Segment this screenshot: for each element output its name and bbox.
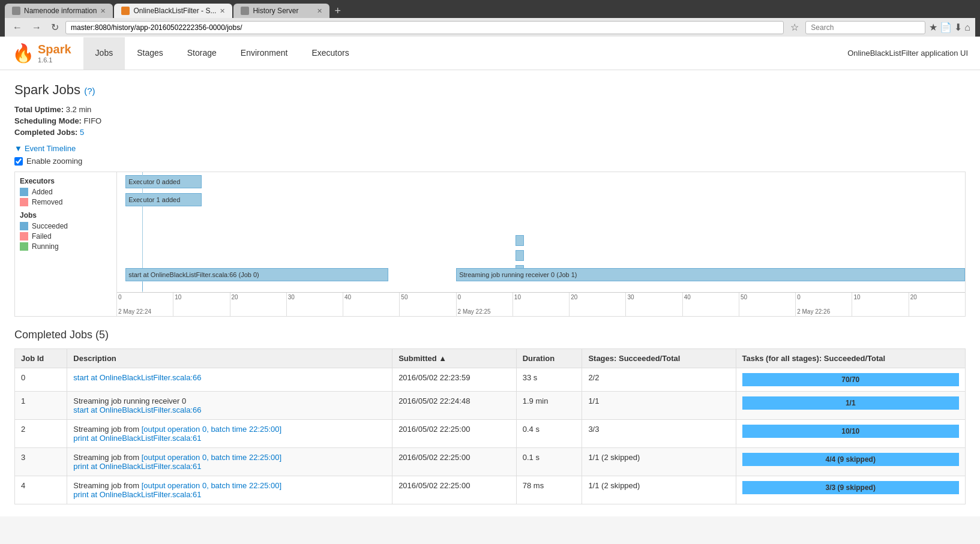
job0-bar[interactable]: start at OnlineBlackListFilter.scala:66 … xyxy=(125,268,388,281)
job-id-2: 2 xyxy=(15,420,67,448)
desc-link-3b[interactable]: print at OnlineBlackListFilter.scala:61 xyxy=(73,462,201,471)
spark-brand: Spark xyxy=(38,43,71,56)
bookmark-button[interactable]: ☆ xyxy=(787,20,802,34)
job1-bar[interactable]: Streaming job running receiver 0 (Job 1) xyxy=(456,268,965,281)
timeline-rows: Executor 0 added Executor 1 added start … xyxy=(117,172,965,316)
col-duration: Duration xyxy=(516,349,582,368)
progress-fill-1: 1/1 xyxy=(742,396,959,410)
new-tab-button[interactable]: + xyxy=(331,5,344,17)
legend-added-color xyxy=(20,188,28,196)
spark-flame-icon: 🔥 xyxy=(12,43,34,64)
progress-fill-0: 70/70 xyxy=(742,373,959,386)
col-stages: Stages: Succeeded/Total xyxy=(582,349,736,368)
desc-link-4b[interactable]: print at OnlineBlackListFilter.scala:61 xyxy=(73,490,201,499)
legend-removed: Removed xyxy=(20,198,112,206)
total-uptime-line: Total Uptime: 3.2 min xyxy=(14,105,966,114)
axis-seg-15: 20 xyxy=(909,293,965,316)
duration-1: 1.9 min xyxy=(516,392,582,420)
submitted-1: 2016/05/02 22:24:48 xyxy=(392,392,517,420)
legend-removed-color xyxy=(20,198,28,206)
axis-seg-2: 10 xyxy=(173,293,230,316)
main-content: Spark Jobs (?) Total Uptime: 3.2 min Sch… xyxy=(0,70,980,516)
nav-stages[interactable]: Stages xyxy=(125,37,175,70)
tab-label-spark: OnlineBlackListFilter - S... xyxy=(133,7,216,15)
nav-environment[interactable]: Environment xyxy=(229,37,300,70)
desc-link-2b[interactable]: print at OnlineBlackListFilter.scala:61 xyxy=(73,434,201,443)
help-link[interactable]: (?) xyxy=(84,86,95,96)
progress-fill-2: 10/10 xyxy=(742,425,959,438)
executor1-bar[interactable]: Executor 1 added xyxy=(125,193,202,206)
stages-2: 3/3 xyxy=(582,420,736,448)
completed-jobs-count[interactable]: 5 xyxy=(80,128,84,137)
tab-history[interactable]: History Server ✕ xyxy=(233,4,329,18)
small-bar-2 xyxy=(516,250,524,261)
tab-close-namenode[interactable]: ✕ xyxy=(100,7,106,15)
completed-jobs-title: Completed Jobs (5) xyxy=(14,329,966,341)
desc-link-0[interactable]: start at OnlineBlackListFilter.scala:66 xyxy=(73,373,201,382)
nav-executors[interactable]: Executors xyxy=(299,37,361,70)
submitted-3: 2016/05/02 22:25:00 xyxy=(392,448,517,476)
nav-jobs[interactable]: Jobs xyxy=(83,37,125,70)
event-timeline-toggle[interactable]: ▼ Event Timeline xyxy=(14,144,966,153)
axis-seg-4: 30 xyxy=(287,293,343,316)
timeline-axis: 0 2 May 22:24 10 20 30 40 xyxy=(117,292,965,316)
back-button[interactable]: ← xyxy=(10,21,25,34)
axis-seg-5: 40 xyxy=(343,293,400,316)
progress-bar-0: 70/70 xyxy=(742,373,959,386)
reader-icon: 📄 xyxy=(940,22,952,33)
table-row: 3 Streaming job from [output operation 0… xyxy=(15,448,966,476)
axis-seg-10: 30 xyxy=(626,293,682,316)
browser-tabs: Namenode information ✕ OnlineBlackListFi… xyxy=(5,4,975,18)
duration-3: 0.1 s xyxy=(516,448,582,476)
reload-button[interactable]: ↻ xyxy=(48,20,62,34)
col-tasks: Tasks (for all stages): Succeeded/Total xyxy=(736,349,965,368)
timeline-chart: Executor 0 added Executor 1 added start … xyxy=(117,172,965,316)
axis-seg-9: 20 xyxy=(570,293,626,316)
tasks-2: 10/10 xyxy=(736,420,965,448)
axis-seg-12: 50 xyxy=(739,293,796,316)
table-row: 2 Streaming job from [output operation 0… xyxy=(15,420,966,448)
tab-favicon-spark xyxy=(121,7,130,15)
tab-favicon-namenode xyxy=(12,7,20,15)
desc-4: Streaming job from [output operation 0, … xyxy=(67,476,392,504)
job-id-0: 0 xyxy=(15,368,67,392)
job-id-4: 4 xyxy=(15,476,67,504)
tasks-4: 3/3 (9 skipped) xyxy=(736,476,965,504)
tab-spark[interactable]: OnlineBlackListFilter - S... ✕ xyxy=(114,4,232,18)
address-bar: ← → ↻ ☆ ★ 📄 ⬇ ⌂ xyxy=(5,18,975,37)
legend-running-color xyxy=(20,242,28,251)
timeline-container: Executors Added Removed Jobs Succeeded xyxy=(14,172,966,317)
col-submitted: Submitted ▲ xyxy=(392,349,517,368)
desc-link-3a[interactable]: [output operation 0, batch time 22:25:00… xyxy=(142,453,281,462)
timeline-grid: Executor 0 added Executor 1 added start … xyxy=(117,172,965,292)
search-input[interactable] xyxy=(805,21,925,34)
progress-bar-4: 3/3 (9 skipped) xyxy=(742,481,959,494)
col-job-id: Job Id xyxy=(15,349,67,368)
desc-link-2a[interactable]: [output operation 0, batch time 22:25:00… xyxy=(142,425,281,434)
jobs-table: Job Id Description Submitted ▲ Duration … xyxy=(14,348,966,504)
forward-button[interactable]: → xyxy=(29,21,44,34)
nav-storage[interactable]: Storage xyxy=(175,37,229,70)
progress-bar-2: 10/10 xyxy=(742,425,959,438)
col-description: Description xyxy=(67,349,392,368)
enable-zoom-checkbox[interactable] xyxy=(14,157,23,166)
desc-link-4a[interactable]: [output operation 0, batch time 22:25:00… xyxy=(142,481,281,490)
completed-jobs-line: Completed Jobs: 5 xyxy=(14,128,966,137)
tab-close-history[interactable]: ✕ xyxy=(317,7,322,15)
axis-seg-11: 40 xyxy=(683,293,739,316)
tab-namenode[interactable]: Namenode information ✕ xyxy=(5,4,113,18)
desc-link-1[interactable]: start at OnlineBlackListFilter.scala:66 xyxy=(73,405,201,414)
progress-bar-3: 4/4 (9 skipped) xyxy=(742,453,959,466)
tab-favicon-history xyxy=(241,7,249,15)
executor0-bar[interactable]: Executor 0 added xyxy=(125,175,202,188)
stages-3: 1/1 (2 skipped) xyxy=(582,448,736,476)
tab-close-spark[interactable]: ✕ xyxy=(220,7,225,15)
address-input[interactable] xyxy=(65,21,784,34)
desc-2: Streaming job from [output operation 0, … xyxy=(67,420,392,448)
tab-label-namenode: Namenode information xyxy=(24,7,97,15)
table-row: 4 Streaming job from [output operation 0… xyxy=(15,476,966,504)
desc-0: start at OnlineBlackListFilter.scala:66 xyxy=(67,368,392,392)
progress-fill-4: 3/3 (9 skipped) xyxy=(742,481,959,494)
duration-0: 33 s xyxy=(516,368,582,392)
progress-fill-3: 4/4 (9 skipped) xyxy=(742,453,959,466)
